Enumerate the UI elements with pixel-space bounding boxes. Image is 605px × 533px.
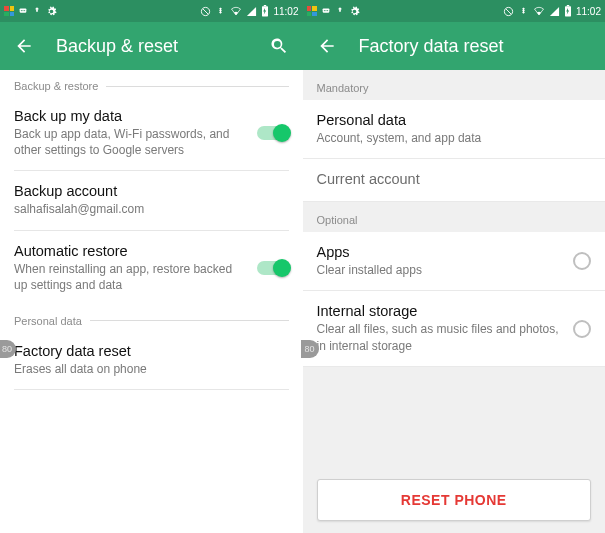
personal-data-title: Personal data: [317, 112, 592, 128]
wifi-icon: [533, 5, 545, 17]
personal-data-row[interactable]: Personal data Account, system, and app d…: [303, 100, 606, 159]
vibrate-icon: [518, 6, 529, 17]
content-area: Mandatory Personal data Account, system,…: [303, 70, 606, 533]
auto-restore-toggle[interactable]: [257, 261, 289, 275]
clock: 11:02: [273, 6, 298, 17]
auto-restore-sub: When reinstalling an app, restore backed…: [14, 261, 247, 293]
bbm-icon: [321, 6, 331, 16]
apps-sub: Clear installed apps: [317, 262, 564, 278]
battery-icon: [261, 5, 269, 17]
svg-point-2: [22, 10, 23, 11]
app-icon: [4, 6, 14, 16]
signal-icon: [246, 6, 257, 17]
wifi-icon: [230, 5, 242, 17]
apps-radio[interactable]: [573, 252, 591, 270]
current-account-row[interactable]: Current account: [303, 159, 606, 202]
backup-data-row[interactable]: Back up my data Back up app data, Wi-Fi …: [0, 96, 303, 170]
factory-reset-row[interactable]: Factory data reset Erases all data on ph…: [0, 331, 303, 389]
reset-phone-button[interactable]: RESET PHONE: [317, 479, 592, 521]
watermark-badge: 80: [301, 340, 319, 358]
auto-restore-row[interactable]: Automatic restore When reinstalling an a…: [0, 231, 303, 305]
svg-point-11: [327, 10, 328, 11]
search-icon[interactable]: [269, 36, 289, 56]
current-account-title: Current account: [317, 171, 592, 187]
status-bar: 11:02: [303, 0, 606, 22]
gear-icon: [46, 6, 57, 17]
gear-icon: [349, 6, 360, 17]
section-header-backup: Backup & restore: [0, 70, 303, 96]
section-header-personal: Personal data: [0, 305, 303, 331]
svg-rect-15: [567, 5, 569, 6]
back-arrow-icon[interactable]: [317, 36, 337, 56]
status-bar: 11:02: [0, 0, 303, 22]
signal-icon: [549, 6, 560, 17]
apps-row[interactable]: Apps Clear installed apps: [303, 232, 606, 291]
backup-data-toggle[interactable]: [257, 126, 289, 140]
factory-reset-sub: Erases all data on phone: [14, 361, 289, 377]
section-header-mandatory: Mandatory: [303, 70, 606, 100]
svg-line-13: [506, 8, 512, 14]
svg-point-9: [323, 10, 324, 11]
upload-icon: [335, 6, 345, 16]
no-sim-icon: [503, 6, 514, 17]
no-sim-icon: [200, 6, 211, 17]
storage-title: Internal storage: [317, 303, 564, 319]
bbm-icon: [18, 6, 28, 16]
svg-point-1: [21, 10, 22, 11]
clock: 11:02: [576, 6, 601, 17]
upload-icon: [32, 6, 42, 16]
svg-line-5: [203, 8, 209, 14]
content-area: Backup & restore Back up my data Back up…: [0, 70, 303, 533]
app-bar: Factory data reset: [303, 22, 606, 70]
app-icon: [307, 6, 317, 16]
backup-data-title: Back up my data: [14, 108, 247, 124]
backup-account-title: Backup account: [14, 183, 289, 199]
vibrate-icon: [215, 6, 226, 17]
storage-radio[interactable]: [573, 320, 591, 338]
page-title: Backup & reset: [56, 36, 247, 57]
section-header-optional: Optional: [303, 202, 606, 232]
battery-icon: [564, 5, 572, 17]
personal-data-sub: Account, system, and app data: [317, 130, 592, 146]
svg-point-3: [24, 10, 25, 11]
apps-title: Apps: [317, 244, 564, 260]
auto-restore-title: Automatic restore: [14, 243, 247, 259]
svg-point-10: [325, 10, 326, 11]
storage-sub: Clear all files, such as music files and…: [317, 321, 564, 353]
storage-row[interactable]: Internal storage Clear all files, such a…: [303, 291, 606, 366]
back-arrow-icon[interactable]: [14, 36, 34, 56]
backup-account-row[interactable]: Backup account salhafisalah@gmail.com: [0, 171, 303, 229]
backup-account-sub: salhafisalah@gmail.com: [14, 201, 289, 217]
page-title: Factory data reset: [359, 36, 592, 57]
factory-reset-title: Factory data reset: [14, 343, 289, 359]
app-bar: Backup & reset: [0, 22, 303, 70]
backup-data-sub: Back up app data, Wi-Fi passwords, and o…: [14, 126, 247, 158]
svg-rect-7: [264, 5, 266, 6]
